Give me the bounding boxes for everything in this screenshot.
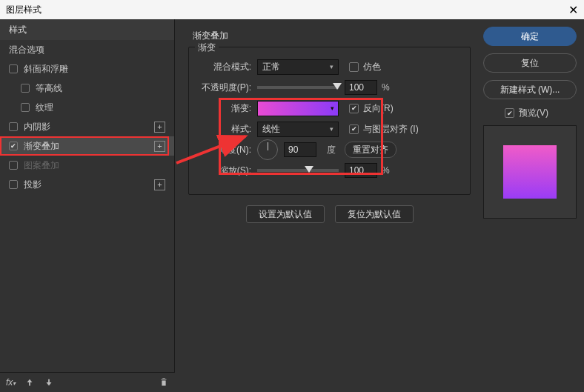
checkbox-icon[interactable] bbox=[9, 142, 18, 150]
scale-slider[interactable] bbox=[257, 169, 339, 172]
opacity-slider[interactable] bbox=[257, 86, 339, 89]
checkbox-icon[interactable] bbox=[9, 64, 18, 73]
gradient-picker[interactable]: ▾ bbox=[257, 101, 339, 116]
checkbox-icon[interactable] bbox=[21, 84, 30, 93]
sidebar-item-inner-shadow[interactable]: 内阴影 + bbox=[0, 117, 174, 136]
fieldset-legend: 渐变 bbox=[195, 41, 219, 54]
sidebar-item-pattern-overlay[interactable]: 图案叠加 bbox=[0, 156, 174, 175]
sidebar-bottom-bar: fx▾ bbox=[0, 372, 175, 392]
fx-icon[interactable]: fx▾ bbox=[6, 377, 16, 388]
style-select[interactable]: 线性 ▾ bbox=[257, 122, 339, 137]
gradient-label: 渐变: bbox=[196, 102, 257, 115]
blend-mode-select[interactable]: 正常 ▾ bbox=[257, 59, 339, 75]
arrow-up-icon[interactable] bbox=[24, 377, 35, 388]
chevron-down-icon: ▾ bbox=[330, 125, 334, 133]
sidebar-item-contour[interactable]: 等高线 bbox=[0, 79, 174, 98]
align-checkbox[interactable] bbox=[349, 124, 359, 134]
style-label: 样式: bbox=[196, 123, 257, 136]
sidebar-item-gradient-overlay[interactable]: 渐变叠加 + bbox=[0, 136, 174, 156]
blend-mode-label: 混合模式: bbox=[196, 61, 257, 73]
checkbox-icon[interactable] bbox=[21, 103, 30, 112]
arrow-down-icon[interactable] bbox=[44, 377, 54, 388]
sidebar-item-drop-shadow[interactable]: 投影 + bbox=[0, 175, 174, 194]
trash-icon[interactable] bbox=[159, 377, 169, 388]
chevron-down-icon: ▾ bbox=[330, 63, 334, 70]
plus-icon[interactable]: + bbox=[154, 179, 165, 190]
angle-label: 角度(N): bbox=[196, 144, 257, 156]
gradient-fieldset: 渐变 混合模式: 正常 ▾ 仿色 不透明度(P): 100 % 渐变: ▾ bbox=[188, 47, 471, 195]
plus-icon[interactable]: + bbox=[154, 122, 165, 133]
checkbox-icon[interactable] bbox=[9, 180, 18, 189]
styles-sidebar: 样式 混合选项 斜面和浮雕 等高线 纹理 内阴影 + 渐变叠加 + bbox=[0, 19, 175, 373]
preview-swatch bbox=[503, 145, 557, 199]
preview-checkbox[interactable] bbox=[505, 108, 514, 118]
sidebar-item-blending-options[interactable]: 混合选项 bbox=[0, 40, 174, 59]
chevron-down-icon: ▾ bbox=[331, 104, 334, 112]
section-title: 渐变叠加 bbox=[188, 27, 471, 45]
close-icon[interactable]: ✕ bbox=[568, 3, 578, 17]
new-style-button[interactable]: 新建样式 (W)... bbox=[483, 80, 577, 99]
sidebar-item-texture[interactable]: 纹理 bbox=[0, 98, 174, 117]
dither-label: 仿色 bbox=[363, 61, 381, 73]
opacity-input[interactable]: 100 bbox=[345, 80, 377, 95]
preview-panel bbox=[483, 125, 577, 219]
angle-dial[interactable] bbox=[257, 139, 278, 160]
scale-input[interactable]: 100 bbox=[345, 163, 377, 178]
preview-label: 预览(V) bbox=[519, 107, 548, 119]
checkbox-icon[interactable] bbox=[9, 161, 18, 170]
ok-button[interactable]: 确定 bbox=[483, 27, 577, 46]
sidebar-item-bevel[interactable]: 斜面和浮雕 bbox=[0, 59, 174, 79]
plus-icon[interactable]: + bbox=[154, 141, 165, 152]
slider-thumb-icon[interactable] bbox=[333, 83, 342, 90]
reverse-label: 反向(R) bbox=[363, 102, 394, 115]
reset-align-button[interactable]: 重置对齐 bbox=[345, 142, 396, 158]
opacity-label: 不透明度(P): bbox=[196, 82, 257, 94]
dither-checkbox[interactable] bbox=[349, 62, 359, 72]
scale-label: 缩放(S): bbox=[196, 165, 257, 177]
window-title: 图层样式 bbox=[6, 4, 42, 16]
set-default-button[interactable]: 设置为默认值 bbox=[246, 205, 325, 223]
align-label: 与图层对齐 (I) bbox=[363, 123, 419, 136]
angle-input[interactable]: 90 bbox=[284, 142, 316, 157]
reset-default-button[interactable]: 复位为默认值 bbox=[335, 205, 414, 223]
checkbox-icon[interactable] bbox=[9, 122, 18, 131]
slider-thumb-icon[interactable] bbox=[305, 166, 313, 173]
reverse-checkbox[interactable] bbox=[349, 104, 359, 113]
reset-button[interactable]: 复位 bbox=[483, 53, 577, 73]
sidebar-header: 样式 bbox=[0, 19, 174, 40]
